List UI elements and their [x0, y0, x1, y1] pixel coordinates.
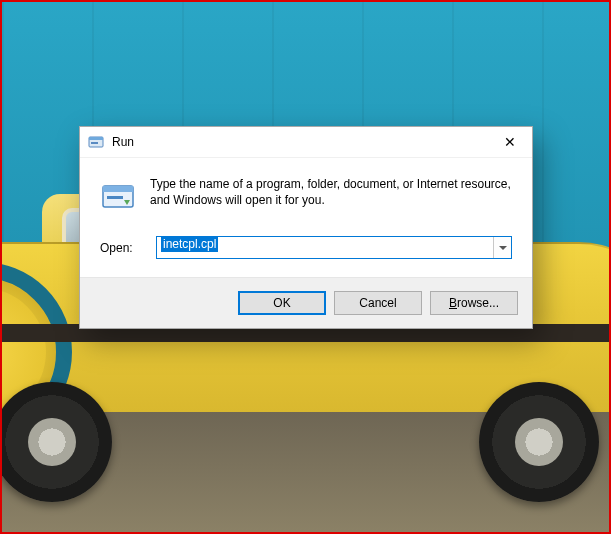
open-row: Open: inetcpl.cpl [100, 236, 512, 259]
cancel-button[interactable]: Cancel [334, 291, 422, 315]
dialog-description: Type the name of a program, folder, docu… [150, 176, 512, 214]
svg-rect-1 [89, 137, 103, 140]
run-dialog-icon [100, 178, 136, 214]
chevron-down-icon [499, 246, 507, 250]
ok-button[interactable]: OK [238, 291, 326, 315]
svg-rect-2 [91, 142, 98, 144]
svg-rect-5 [107, 196, 123, 199]
close-icon: ✕ [504, 135, 516, 149]
browse-button[interactable]: Browse... [430, 291, 518, 315]
run-app-icon [88, 134, 104, 150]
open-combobox[interactable]: inetcpl.cpl [156, 236, 512, 259]
open-label: Open: [100, 241, 144, 255]
dialog-title: Run [112, 135, 487, 149]
button-row: OK Cancel Browse... [80, 277, 532, 328]
intro-row: Type the name of a program, folder, docu… [100, 176, 512, 214]
open-input[interactable]: inetcpl.cpl [157, 237, 493, 258]
open-dropdown-button[interactable] [493, 237, 511, 258]
titlebar[interactable]: Run ✕ [80, 127, 532, 158]
run-dialog: Run ✕ Type the name of a program, folder… [79, 126, 533, 329]
dialog-body: Type the name of a program, folder, docu… [80, 158, 532, 277]
svg-rect-4 [103, 186, 133, 192]
close-button[interactable]: ✕ [487, 127, 532, 157]
